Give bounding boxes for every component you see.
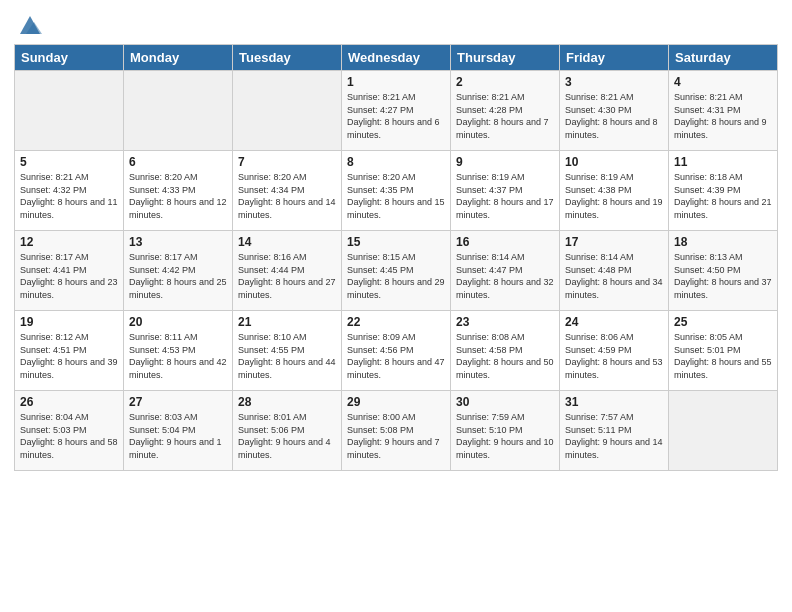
- day-number: 11: [674, 155, 772, 169]
- calendar-cell: 2Sunrise: 8:21 AMSunset: 4:28 PMDaylight…: [451, 71, 560, 151]
- day-info: Sunrise: 8:21 AMSunset: 4:32 PMDaylight:…: [20, 171, 118, 221]
- day-number: 29: [347, 395, 445, 409]
- day-info: Sunrise: 8:19 AMSunset: 4:38 PMDaylight:…: [565, 171, 663, 221]
- calendar-cell: 13Sunrise: 8:17 AMSunset: 4:42 PMDayligh…: [124, 231, 233, 311]
- calendar-cell: 25Sunrise: 8:05 AMSunset: 5:01 PMDayligh…: [669, 311, 778, 391]
- calendar-cell: 9Sunrise: 8:19 AMSunset: 4:37 PMDaylight…: [451, 151, 560, 231]
- day-number: 25: [674, 315, 772, 329]
- day-info: Sunrise: 8:03 AMSunset: 5:04 PMDaylight:…: [129, 411, 227, 461]
- day-number: 21: [238, 315, 336, 329]
- calendar-cell: 4Sunrise: 8:21 AMSunset: 4:31 PMDaylight…: [669, 71, 778, 151]
- day-number: 5: [20, 155, 118, 169]
- calendar-cell: 10Sunrise: 8:19 AMSunset: 4:38 PMDayligh…: [560, 151, 669, 231]
- day-number: 19: [20, 315, 118, 329]
- day-info: Sunrise: 8:14 AMSunset: 4:48 PMDaylight:…: [565, 251, 663, 301]
- day-info: Sunrise: 8:18 AMSunset: 4:39 PMDaylight:…: [674, 171, 772, 221]
- day-info: Sunrise: 8:19 AMSunset: 4:37 PMDaylight:…: [456, 171, 554, 221]
- day-info: Sunrise: 8:04 AMSunset: 5:03 PMDaylight:…: [20, 411, 118, 461]
- day-info: Sunrise: 8:00 AMSunset: 5:08 PMDaylight:…: [347, 411, 445, 461]
- calendar-cell: [233, 71, 342, 151]
- day-info: Sunrise: 8:13 AMSunset: 4:50 PMDaylight:…: [674, 251, 772, 301]
- day-number: 14: [238, 235, 336, 249]
- day-info: Sunrise: 8:20 AMSunset: 4:34 PMDaylight:…: [238, 171, 336, 221]
- calendar-cell: 3Sunrise: 8:21 AMSunset: 4:30 PMDaylight…: [560, 71, 669, 151]
- day-info: Sunrise: 7:59 AMSunset: 5:10 PMDaylight:…: [456, 411, 554, 461]
- day-number: 30: [456, 395, 554, 409]
- calendar-cell: 19Sunrise: 8:12 AMSunset: 4:51 PMDayligh…: [15, 311, 124, 391]
- day-info: Sunrise: 8:10 AMSunset: 4:55 PMDaylight:…: [238, 331, 336, 381]
- calendar-cell: 1Sunrise: 8:21 AMSunset: 4:27 PMDaylight…: [342, 71, 451, 151]
- day-number: 18: [674, 235, 772, 249]
- calendar-cell: 27Sunrise: 8:03 AMSunset: 5:04 PMDayligh…: [124, 391, 233, 471]
- day-info: Sunrise: 8:14 AMSunset: 4:47 PMDaylight:…: [456, 251, 554, 301]
- calendar-cell: 22Sunrise: 8:09 AMSunset: 4:56 PMDayligh…: [342, 311, 451, 391]
- day-number: 28: [238, 395, 336, 409]
- day-number: 7: [238, 155, 336, 169]
- weekday-header: Sunday: [15, 45, 124, 71]
- calendar-cell: 30Sunrise: 7:59 AMSunset: 5:10 PMDayligh…: [451, 391, 560, 471]
- calendar-week-row: 12Sunrise: 8:17 AMSunset: 4:41 PMDayligh…: [15, 231, 778, 311]
- calendar-cell: 12Sunrise: 8:17 AMSunset: 4:41 PMDayligh…: [15, 231, 124, 311]
- day-info: Sunrise: 8:20 AMSunset: 4:33 PMDaylight:…: [129, 171, 227, 221]
- day-info: Sunrise: 8:20 AMSunset: 4:35 PMDaylight:…: [347, 171, 445, 221]
- weekday-header: Wednesday: [342, 45, 451, 71]
- day-info: Sunrise: 8:15 AMSunset: 4:45 PMDaylight:…: [347, 251, 445, 301]
- calendar-cell: 16Sunrise: 8:14 AMSunset: 4:47 PMDayligh…: [451, 231, 560, 311]
- day-number: 10: [565, 155, 663, 169]
- header: [14, 10, 778, 36]
- day-info: Sunrise: 8:21 AMSunset: 4:28 PMDaylight:…: [456, 91, 554, 141]
- calendar-cell: [669, 391, 778, 471]
- day-number: 2: [456, 75, 554, 89]
- day-number: 3: [565, 75, 663, 89]
- day-number: 27: [129, 395, 227, 409]
- calendar-cell: [15, 71, 124, 151]
- day-number: 24: [565, 315, 663, 329]
- calendar-week-row: 5Sunrise: 8:21 AMSunset: 4:32 PMDaylight…: [15, 151, 778, 231]
- day-number: 13: [129, 235, 227, 249]
- day-info: Sunrise: 8:09 AMSunset: 4:56 PMDaylight:…: [347, 331, 445, 381]
- day-info: Sunrise: 8:21 AMSunset: 4:27 PMDaylight:…: [347, 91, 445, 141]
- day-number: 6: [129, 155, 227, 169]
- weekday-header: Friday: [560, 45, 669, 71]
- logo: [14, 14, 44, 36]
- calendar-cell: 7Sunrise: 8:20 AMSunset: 4:34 PMDaylight…: [233, 151, 342, 231]
- day-info: Sunrise: 8:12 AMSunset: 4:51 PMDaylight:…: [20, 331, 118, 381]
- calendar-week-row: 1Sunrise: 8:21 AMSunset: 4:27 PMDaylight…: [15, 71, 778, 151]
- weekday-header: Thursday: [451, 45, 560, 71]
- day-number: 16: [456, 235, 554, 249]
- calendar-cell: 29Sunrise: 8:00 AMSunset: 5:08 PMDayligh…: [342, 391, 451, 471]
- weekday-header: Monday: [124, 45, 233, 71]
- calendar-cell: 15Sunrise: 8:15 AMSunset: 4:45 PMDayligh…: [342, 231, 451, 311]
- calendar-week-row: 19Sunrise: 8:12 AMSunset: 4:51 PMDayligh…: [15, 311, 778, 391]
- day-info: Sunrise: 8:11 AMSunset: 4:53 PMDaylight:…: [129, 331, 227, 381]
- day-info: Sunrise: 8:05 AMSunset: 5:01 PMDaylight:…: [674, 331, 772, 381]
- calendar-cell: 5Sunrise: 8:21 AMSunset: 4:32 PMDaylight…: [15, 151, 124, 231]
- day-number: 26: [20, 395, 118, 409]
- day-number: 17: [565, 235, 663, 249]
- day-number: 12: [20, 235, 118, 249]
- calendar-cell: 14Sunrise: 8:16 AMSunset: 4:44 PMDayligh…: [233, 231, 342, 311]
- calendar-cell: 17Sunrise: 8:14 AMSunset: 4:48 PMDayligh…: [560, 231, 669, 311]
- day-number: 4: [674, 75, 772, 89]
- weekday-header: Saturday: [669, 45, 778, 71]
- day-number: 22: [347, 315, 445, 329]
- calendar-cell: 24Sunrise: 8:06 AMSunset: 4:59 PMDayligh…: [560, 311, 669, 391]
- day-info: Sunrise: 8:08 AMSunset: 4:58 PMDaylight:…: [456, 331, 554, 381]
- day-info: Sunrise: 8:21 AMSunset: 4:30 PMDaylight:…: [565, 91, 663, 141]
- day-number: 1: [347, 75, 445, 89]
- calendar-cell: 11Sunrise: 8:18 AMSunset: 4:39 PMDayligh…: [669, 151, 778, 231]
- calendar-cell: 26Sunrise: 8:04 AMSunset: 5:03 PMDayligh…: [15, 391, 124, 471]
- logo-icon: [16, 12, 44, 40]
- calendar-cell: 23Sunrise: 8:08 AMSunset: 4:58 PMDayligh…: [451, 311, 560, 391]
- calendar-cell: 8Sunrise: 8:20 AMSunset: 4:35 PMDaylight…: [342, 151, 451, 231]
- day-number: 15: [347, 235, 445, 249]
- day-info: Sunrise: 8:17 AMSunset: 4:42 PMDaylight:…: [129, 251, 227, 301]
- day-info: Sunrise: 8:16 AMSunset: 4:44 PMDaylight:…: [238, 251, 336, 301]
- calendar-cell: 6Sunrise: 8:20 AMSunset: 4:33 PMDaylight…: [124, 151, 233, 231]
- calendar-week-row: 26Sunrise: 8:04 AMSunset: 5:03 PMDayligh…: [15, 391, 778, 471]
- calendar-cell: 21Sunrise: 8:10 AMSunset: 4:55 PMDayligh…: [233, 311, 342, 391]
- page-container: SundayMondayTuesdayWednesdayThursdayFrid…: [0, 0, 792, 612]
- day-number: 23: [456, 315, 554, 329]
- day-info: Sunrise: 8:17 AMSunset: 4:41 PMDaylight:…: [20, 251, 118, 301]
- day-info: Sunrise: 8:06 AMSunset: 4:59 PMDaylight:…: [565, 331, 663, 381]
